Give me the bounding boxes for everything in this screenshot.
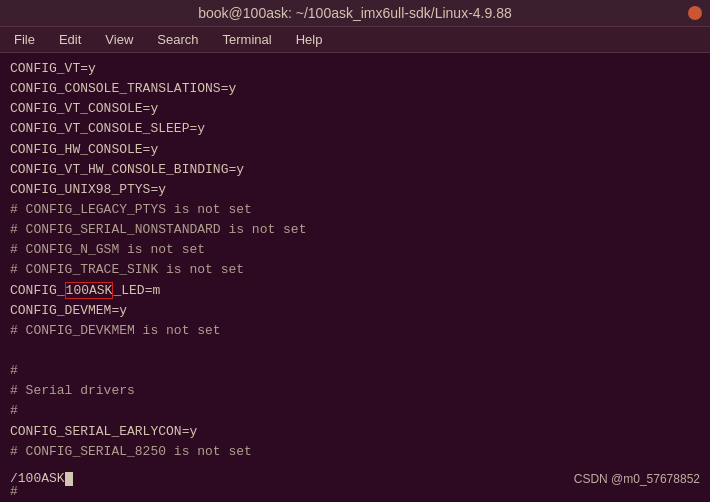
menu-search[interactable]: Search [153,31,202,48]
line-19: CONFIG_SERIAL_EARLYCON=y [10,422,700,442]
line-18: # [10,401,700,421]
watermark: CSDN @m0_57678852 [574,470,700,489]
terminal-area: CONFIG_VT=y CONFIG_CONSOLE_TRANSLATIONS=… [0,53,710,495]
line-16: # [10,361,700,381]
line-9: # CONFIG_SERIAL_NONSTANDARD is not set [10,220,700,240]
line-20: # CONFIG_SERIAL_8250 is not set [10,442,700,462]
menu-view[interactable]: View [101,31,137,48]
line-7: CONFIG_UNIX98_PTYS=y [10,180,700,200]
line-3: CONFIG_VT_CONSOLE=y [10,99,700,119]
menu-help[interactable]: Help [292,31,327,48]
line-1: CONFIG_VT=y [10,59,700,79]
line-17: # Serial drivers [10,381,700,401]
line-15 [10,341,700,361]
line-11: # CONFIG_TRACE_SINK is not set [10,260,700,280]
menu-terminal[interactable]: Terminal [219,31,276,48]
line-4: CONFIG_VT_CONSOLE_SLEEP=y [10,119,700,139]
line-12: CONFIG_100ASK_LED=m [10,281,700,301]
line-10: # CONFIG_N_GSM is not set [10,240,700,260]
line-13: CONFIG_DEVMEM=y [10,301,700,321]
close-button[interactable] [688,6,702,20]
menu-bar: File Edit View Search Terminal Help [0,27,710,53]
line-2: CONFIG_CONSOLE_TRANSLATIONS=y [10,79,700,99]
line-8: # CONFIG_LEGACY_PTYS is not set [10,200,700,220]
menu-file[interactable]: File [10,31,39,48]
cmd-text: /100ASK [10,471,65,486]
line-5: CONFIG_HW_CONSOLE=y [10,140,700,160]
line-6: CONFIG_VT_HW_CONSOLE_BINDING=y [10,160,700,180]
cursor [65,472,73,486]
highlight-100ask: 100ASK [65,282,114,299]
menu-edit[interactable]: Edit [55,31,85,48]
title-bar: book@100ask: ~/100ask_imx6ull-sdk/Linux-… [0,0,710,27]
command-line[interactable]: /100ASK [10,469,73,489]
window-title: book@100ask: ~/100ask_imx6ull-sdk/Linux-… [198,5,511,21]
line-14: # CONFIG_DEVKMEM is not set [10,321,700,341]
